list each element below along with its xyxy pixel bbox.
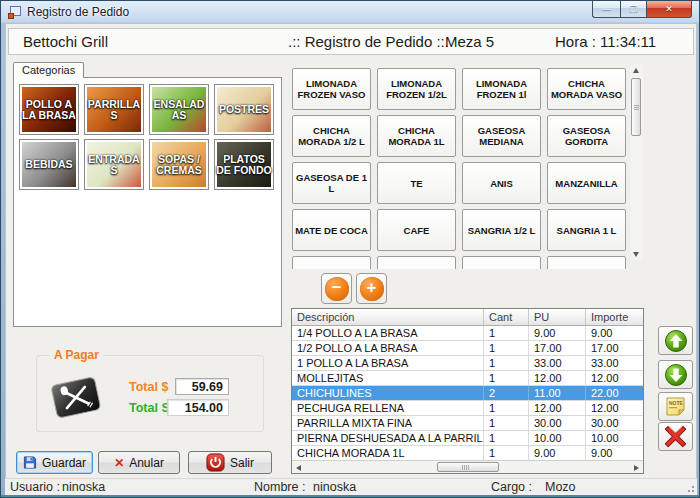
move-up-button[interactable] (658, 326, 693, 355)
product-button-limonada-frozen-vaso[interactable]: LIMONADA FROZEN VASO (292, 68, 371, 110)
scroll-up-icon[interactable] (633, 68, 639, 73)
maximize-button[interactable]: ❐ (620, 1, 647, 18)
total-pen-value: 154.00 (167, 399, 229, 416)
column-header-importe[interactable]: Importe (586, 309, 641, 325)
minimize-button[interactable]: — (592, 1, 620, 18)
restaurant-name: Bettochi Grill (23, 33, 108, 50)
cell: 1 (484, 356, 529, 370)
column-header-pu[interactable]: PU (529, 309, 586, 325)
note-button[interactable]: NOTE (658, 392, 693, 421)
category-button-bebidas[interactable]: BEBIDAS (19, 139, 79, 190)
product-button-manzanilla[interactable]: MANZANILLA (547, 162, 626, 204)
category-label: POLLO A LA BRASA (20, 98, 78, 122)
product-button-partial[interactable] (462, 256, 541, 269)
column-header-cant[interactable]: Cant (484, 309, 529, 325)
table-row[interactable]: CHICHULINES211.0022.00 (292, 386, 643, 401)
product-button-limonada-frozen-1l[interactable]: LIMONADA FROZEN 1l (462, 68, 541, 110)
product-button-gaseosa-gordita[interactable]: GASEOSA GORDITA (547, 115, 626, 157)
table-row[interactable]: 1/4 POLLO A LA BRASA19.009.00 (292, 326, 643, 341)
product-button-partial[interactable] (292, 256, 371, 269)
category-button-sopas-cremas[interactable]: SOPAS / CREMAS (149, 139, 209, 190)
category-button-platos-de-fondo[interactable]: PLATOS DE FONDO (214, 139, 274, 190)
cell: 17.00 (529, 341, 586, 355)
scroll-left-icon[interactable] (296, 465, 301, 471)
product-grid: LIMONADA FROZEN VASOLIMONADA FROZEN 1/2L… (289, 63, 631, 269)
scroll-down-icon[interactable] (633, 252, 639, 257)
product-button-te[interactable]: TE (377, 162, 456, 204)
product-button-chicha-morada-vaso[interactable]: CHICHA MORADA VASO (547, 68, 626, 110)
table-row[interactable]: CHICHA MORADA 1L19.009.00 (292, 446, 643, 461)
quantity-minus-button[interactable]: − (321, 273, 352, 304)
status-bar: Usuario : ninoska Nombre : ninoska Cargo… (5, 478, 697, 495)
product-button-mate-de-coca[interactable]: MATE DE COCA (292, 209, 371, 251)
scroll-right-icon[interactable] (634, 465, 639, 471)
salir-button[interactable]: Salir (188, 451, 272, 474)
category-label: POSTRES (218, 103, 270, 116)
cell: 33.00 (529, 356, 586, 370)
cell: 10.00 (529, 431, 586, 445)
product-button-anis[interactable]: ANIS (462, 162, 541, 204)
cell: 1 POLLO A LA BRASA (292, 356, 484, 370)
name-value: ninoska (313, 480, 356, 494)
cell: 12.00 (586, 401, 641, 415)
table-row[interactable]: MOLLEJITAS112.0012.00 (292, 371, 643, 386)
move-down-button[interactable] (658, 360, 693, 389)
category-button-entradas[interactable]: ENTRADAS (84, 139, 144, 190)
client-area: Bettochi Grill .:: Registro de Pedido ::… (5, 23, 697, 495)
table-row[interactable]: PARRILLA MIXTA FINA130.0030.00 (292, 416, 643, 431)
cell: MOLLEJITAS (292, 371, 484, 385)
table-horizontal-scrollbar[interactable] (292, 460, 643, 473)
clock-time: Hora : 11:34:11 (555, 33, 656, 50)
category-button-ensaladas[interactable]: ENSALADAS (149, 84, 209, 135)
product-button-partial[interactable] (547, 256, 626, 269)
product-button-sangria-1-2-l[interactable]: SANGRIA 1/2 L (462, 209, 541, 251)
product-button-sangria-1-l[interactable]: SANGRIA 1 L (547, 209, 626, 251)
cancel-x-icon: ✕ (114, 456, 124, 470)
product-button-partial[interactable] (377, 256, 456, 269)
anular-button[interactable]: ✕ Anular (98, 451, 180, 474)
product-button-chicha-morada-1l[interactable]: CHICHA MORADA 1L (377, 115, 456, 157)
table-row[interactable]: 1/2 POLLO A LA BRASA117.0017.00 (292, 341, 643, 356)
product-button-gaseosa-mediana[interactable]: GASEOSA MEDIANA (462, 115, 541, 157)
cell: 1 (484, 341, 529, 355)
user-label: Usuario : (10, 480, 60, 494)
cell: 1 (484, 416, 529, 430)
products-vertical-scrollbar[interactable] (630, 65, 643, 260)
category-label: PLATOS DE FONDO (215, 153, 273, 177)
cell: 1 (484, 401, 529, 415)
table-row[interactable]: 1 POLLO A LA BRASA133.0033.00 (292, 356, 643, 371)
window-controls: — ❐ ✕ (592, 1, 692, 18)
table-row[interactable]: PIERNA DESHUESADA A LA PARRILLA110.0010.… (292, 431, 643, 446)
form-icon (8, 5, 22, 19)
cell: 11.00 (529, 386, 586, 400)
table-row[interactable]: PECHUGA RELLENA112.0012.00 (292, 401, 643, 416)
green-up-arrow-icon (664, 329, 688, 353)
tab-categorias[interactable]: Categorias (13, 62, 84, 78)
floppy-disk-icon (23, 455, 37, 470)
product-button-limonada-frozen-1-2l[interactable]: LIMONADA FROZEN 1/2L (377, 68, 456, 110)
quantity-plus-button[interactable]: + (356, 273, 387, 304)
column-header-descripci-n[interactable]: Descripción (292, 309, 484, 325)
a-pagar-label: A Pagar (50, 348, 103, 362)
plus-icon: + (360, 277, 384, 301)
cell: 10.00 (586, 431, 641, 445)
close-button[interactable]: ✕ (647, 1, 692, 18)
category-button-parrillas[interactable]: PARRILLAS (84, 84, 144, 135)
guardar-button[interactable]: Guardar (16, 451, 93, 474)
window-title: Registro de Pedido (27, 5, 129, 19)
app-window: Registro de Pedido — ❐ ✕ Bettochi Grill … (0, 0, 700, 498)
cell: CHICHULINES (292, 386, 484, 400)
order-table-header: DescripciónCantPUImporte (292, 309, 643, 326)
header-band: Bettochi Grill .:: Registro de Pedido ::… (8, 28, 694, 55)
role-value: Mozo (545, 480, 576, 494)
scrollbar-thumb[interactable] (631, 78, 641, 136)
guardar-label: Guardar (42, 456, 86, 470)
category-button-pollo-a-la-brasa[interactable]: POLLO A LA BRASA (19, 84, 79, 135)
product-button-chicha-morada-1-2-l[interactable]: CHICHA MORADA 1/2 L (292, 115, 371, 157)
cell: 12.00 (586, 371, 641, 385)
resize-grip[interactable] (685, 483, 695, 493)
product-button-cafe[interactable]: CAFE (377, 209, 456, 251)
category-button-postres[interactable]: POSTRES (214, 84, 274, 135)
product-button-gaseosa-de-1-l[interactable]: GASEOSA DE 1 L (292, 162, 371, 204)
delete-row-button[interactable] (658, 422, 693, 451)
